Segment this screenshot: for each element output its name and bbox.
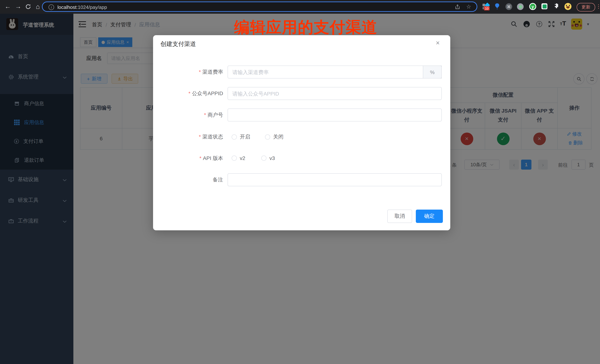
required-asterisk: *	[188, 90, 190, 96]
screen: ← → ⌂ i localhost:1024/pay/app ☆ 10 ⌘	[0, 0, 600, 364]
radio-circle-icon	[232, 134, 237, 140]
radio-status-off[interactable]: 关闭	[265, 134, 283, 140]
browser-toolbar: ← → ⌂ i localhost:1024/pay/app ☆ 10 ⌘	[0, 0, 600, 14]
rate-input[interactable]	[227, 65, 442, 79]
required-asterisk: *	[199, 69, 201, 75]
form-row-remark: 备注	[153, 173, 450, 186]
browser-back-icon[interactable]: ←	[3, 2, 12, 11]
extensions-puzzle-icon[interactable]	[553, 3, 559, 11]
radio-circle-icon	[232, 155, 237, 161]
browser-forward-icon[interactable]: →	[14, 2, 23, 11]
extension-pinned-icon[interactable]: 10	[483, 3, 489, 10]
percent-suffix: %	[423, 65, 442, 79]
url-text: localhost:1024/pay/app	[57, 4, 107, 10]
form-row-merchant: *商户号	[153, 109, 450, 121]
field-label: 备注	[213, 177, 223, 182]
profile-avatar-icon[interactable]	[564, 3, 572, 10]
extension-balloon-icon[interactable]	[494, 3, 500, 11]
required-asterisk: *	[199, 155, 201, 161]
radio-circle-icon	[261, 155, 266, 161]
radio-api-v2[interactable]: v2	[232, 155, 245, 161]
browser-update-button[interactable]: 更新	[577, 3, 595, 11]
extension-y-icon[interactable]: y	[529, 3, 536, 10]
extension-chat-icon[interactable]	[542, 3, 547, 9]
url-host: localhost	[57, 4, 76, 10]
extension-dot-icon[interactable]	[517, 3, 524, 10]
field-label: API 版本	[203, 155, 223, 161]
annotation-text: 编辑应用的支付渠道	[207, 17, 404, 38]
share-icon[interactable]	[455, 4, 460, 11]
radio-api-v3[interactable]: v3	[261, 155, 275, 161]
merchant-id-input[interactable]	[227, 109, 442, 121]
form-row-api-version: *API 版本 v2 v3	[153, 153, 450, 164]
site-info-icon[interactable]: i	[48, 4, 54, 10]
reload-icon	[25, 4, 31, 10]
field-label: 公众号APPID	[192, 90, 223, 96]
field-label: 渠道状态	[202, 134, 223, 140]
field-label: 商户号	[207, 112, 223, 118]
required-asterisk: *	[204, 112, 206, 118]
extension-cmd-icon[interactable]: ⌘	[506, 3, 512, 10]
create-pay-channel-dialog: 创建支付渠道 × *渠道费率 % *公众号APPID *商户号 *渠道状态 开启	[153, 35, 450, 230]
radio-circle-icon	[265, 134, 270, 140]
url-bar[interactable]: i localhost:1024/pay/app ☆	[42, 1, 477, 12]
confirm-button[interactable]: 确定	[416, 209, 443, 223]
form-row-rate: *渠道费率 %	[153, 65, 450, 79]
appid-input[interactable]	[227, 87, 442, 100]
radio-status-on[interactable]: 开启	[232, 134, 250, 140]
url-path: :1024/pay/app	[76, 4, 107, 10]
bookmark-star-icon[interactable]: ☆	[466, 3, 471, 10]
browser-menu-icon[interactable]: ⋮	[596, 3, 600, 9]
form-row-appid: *公众号APPID	[153, 87, 450, 100]
dialog-close-icon[interactable]: ×	[436, 39, 440, 47]
remark-input[interactable]	[227, 173, 442, 186]
dialog-title: 创建支付渠道	[160, 40, 196, 48]
required-asterisk: *	[199, 134, 201, 140]
form-row-status: *渠道状态 开启 关闭	[153, 132, 450, 142]
extension-badge: 10	[484, 6, 489, 10]
field-label: 渠道费率	[202, 69, 223, 75]
cancel-button[interactable]: 取消	[387, 209, 412, 223]
browser-home-icon[interactable]: ⌂	[33, 2, 42, 11]
browser-reload-icon[interactable]	[24, 2, 33, 11]
